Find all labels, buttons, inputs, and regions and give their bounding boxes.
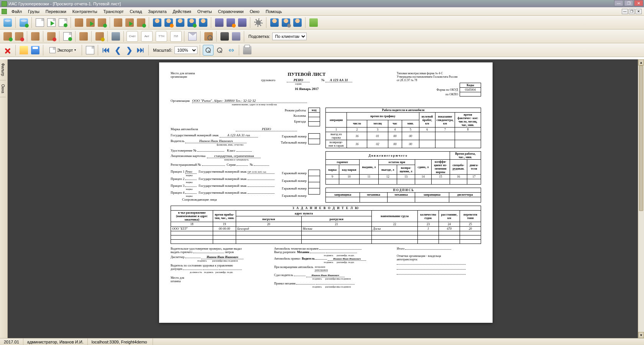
status-server: localhost:3309, Freight4demo bbox=[88, 338, 153, 345]
tb-box2-icon[interactable] bbox=[85, 17, 96, 28]
tb2-scan-icon[interactable] bbox=[231, 31, 242, 42]
tb-doc-check-icon[interactable] bbox=[58, 17, 68, 28]
tb-box5-icon[interactable] bbox=[124, 17, 135, 28]
garage-label: Гаражный номер bbox=[281, 133, 307, 139]
fuel-table: Д в и ж е н и е г о р ю ч е г оВремя раб… bbox=[325, 151, 481, 185]
menu-warehouse[interactable]: Склад bbox=[127, 8, 145, 15]
tb-doc-next-icon[interactable] bbox=[46, 17, 57, 28]
tb-truck2-icon[interactable] bbox=[225, 17, 236, 28]
status-version: 2017.01 bbox=[0, 338, 23, 345]
toolbar-secondary: Счет Акт ТТН ПЛ Подсветка: По клиентам bbox=[0, 29, 644, 43]
tb-person1-icon[interactable] bbox=[152, 17, 163, 28]
tb2-schet-button[interactable]: Счет bbox=[127, 31, 138, 42]
menu-contractors[interactable]: Контрагенты bbox=[69, 8, 100, 15]
menu-vehicles[interactable]: Транспорт bbox=[100, 8, 127, 15]
car-brand-label: Марка автомобиля bbox=[171, 127, 198, 131]
scroll-down-arrow[interactable]: ▼ bbox=[638, 332, 644, 338]
tb-truck1-icon[interactable] bbox=[214, 17, 225, 28]
toolbar-report: Экспорт▾ ⏮ ❮ ❯ ⏭ Масштаб: 100% ⇔ bbox=[0, 43, 644, 57]
tb2-find-cart-icon[interactable] bbox=[203, 31, 214, 42]
highlight-select[interactable]: По клиентам bbox=[272, 33, 307, 40]
codes-header: Коды bbox=[460, 83, 481, 88]
lic-sub: ненужное зачеркнуть bbox=[224, 158, 320, 161]
form-note: Типовая межотраслевая форма № 4-С Утверж… bbox=[397, 72, 481, 82]
driver-sub: фамилия, имя, отчество bbox=[217, 143, 279, 146]
tb2-cart1-icon[interactable] bbox=[2, 31, 13, 42]
tb2-trash-icon[interactable] bbox=[110, 31, 121, 42]
tb3-export-button[interactable]: Экспорт▾ bbox=[46, 45, 79, 56]
menu-references[interactable]: Справочники bbox=[215, 8, 247, 15]
tb2-cart5-icon[interactable] bbox=[78, 31, 89, 42]
cert-label: Удостоверение № bbox=[171, 149, 197, 152]
tb3-close-icon[interactable] bbox=[2, 45, 13, 56]
menu-reports[interactable]: Отчеты bbox=[194, 8, 215, 15]
close-button[interactable]: ✕ bbox=[634, 0, 643, 6]
task-table: З А Д А Н И Е В О Д И Т Е Л Ю в чье расп… bbox=[171, 206, 481, 244]
okud-label: Форма по ОКУД bbox=[435, 88, 460, 92]
menu-cargo[interactable]: Грузы bbox=[25, 8, 43, 15]
tb3-nav-prev-icon[interactable]: ❮ bbox=[112, 45, 123, 56]
tb3-nav-next-icon[interactable]: ❯ bbox=[124, 45, 135, 56]
scroll-up-arrow[interactable]: ▲ bbox=[638, 59, 644, 65]
sidebar-tab-windows[interactable]: Окна bbox=[0, 80, 6, 97]
maximize-button[interactable]: ❐ bbox=[624, 0, 633, 6]
menu-help[interactable]: Помощь bbox=[263, 8, 285, 15]
scale-select[interactable]: 100% bbox=[174, 46, 197, 54]
tb-doc-new-icon[interactable] bbox=[34, 17, 45, 28]
car-brand-value: РЕНО bbox=[236, 127, 297, 131]
tb2-cart4-icon[interactable] bbox=[46, 31, 57, 42]
tb3-save-icon[interactable] bbox=[30, 45, 41, 56]
tb3-fit-width-icon[interactable]: ⇔ bbox=[226, 45, 237, 56]
tb-person5-icon[interactable] bbox=[198, 17, 209, 28]
tb2-ttn-button[interactable]: ТТН bbox=[156, 31, 167, 42]
lic-label: Лицензионная карточка bbox=[171, 154, 205, 158]
tb-person2-icon[interactable] bbox=[163, 17, 174, 28]
tb-box6-icon[interactable] bbox=[136, 17, 146, 28]
tb3-print-icon[interactable] bbox=[242, 45, 253, 56]
tb-db-icon[interactable] bbox=[2, 17, 13, 28]
scroll-thumb[interactable] bbox=[639, 65, 643, 211]
tb2-cart6-icon[interactable] bbox=[94, 31, 105, 42]
tb-truck3-icon[interactable] bbox=[237, 17, 248, 28]
tb-person3-icon[interactable] bbox=[175, 17, 186, 28]
tb-box4-icon[interactable] bbox=[113, 17, 123, 28]
lic-value: стандартная, ограниченная bbox=[207, 154, 261, 158]
window-title: ИАС Грузоперевозки - [Просмотр отчета-1.… bbox=[8, 2, 121, 6]
menu-salary[interactable]: Зарплата bbox=[145, 8, 169, 15]
sidebar-tab-filter[interactable]: Фильтр bbox=[0, 59, 6, 80]
tb-box3-icon[interactable] bbox=[97, 17, 107, 28]
menu-file[interactable]: Файл bbox=[8, 8, 25, 15]
tb3-nav-first-icon[interactable]: ⏮ bbox=[101, 45, 112, 56]
export-label: Экспорт bbox=[57, 48, 73, 52]
mdi-restore-button[interactable]: ❐ bbox=[629, 9, 635, 14]
tb2-doc-check-icon[interactable] bbox=[62, 31, 73, 42]
tb-person4-icon[interactable] bbox=[186, 17, 197, 28]
tb-person7-icon[interactable] bbox=[281, 17, 291, 28]
vertical-scrollbar[interactable]: ▲ ▼ bbox=[638, 59, 644, 338]
minimize-button[interactable]: — bbox=[614, 0, 623, 6]
tb2-camera-icon[interactable] bbox=[219, 31, 230, 42]
tb3-nav-last-icon[interactable]: ⏭ bbox=[135, 45, 146, 56]
tb-db-refresh-icon[interactable] bbox=[18, 17, 29, 28]
tb2-akt-button[interactable]: Акт bbox=[141, 31, 153, 42]
menu-window[interactable]: Окно bbox=[246, 8, 263, 15]
tb3-zoom-11-icon[interactable] bbox=[203, 45, 214, 56]
mdi-close-button[interactable]: ✕ bbox=[636, 9, 642, 14]
tb2-mail-icon[interactable] bbox=[187, 31, 198, 42]
tb2-cart3-icon[interactable] bbox=[30, 31, 41, 42]
tb-box1-icon[interactable] bbox=[74, 17, 84, 28]
tb2-pl-button[interactable]: ПЛ bbox=[170, 31, 182, 42]
report-viewer: Место для штампа организации ПУТЕВОЙ ЛИС… bbox=[8, 59, 644, 338]
tb-cash-icon[interactable] bbox=[308, 17, 319, 28]
tb-person8-icon[interactable] bbox=[292, 17, 303, 28]
mdi-minimize-button[interactable]: — bbox=[622, 9, 628, 14]
tb-person6-icon[interactable] bbox=[269, 17, 280, 28]
org-value: ООО "Ритм". Адрес: 308800 Тел.: 32-32-32 bbox=[192, 99, 307, 103]
tb-settings-icon[interactable] bbox=[253, 17, 264, 28]
menu-transport[interactable]: Перевозки bbox=[43, 8, 69, 15]
tb2-cart2-icon[interactable] bbox=[14, 31, 25, 42]
tb3-open-icon[interactable] bbox=[18, 45, 29, 56]
menu-actions[interactable]: Действия bbox=[170, 8, 194, 15]
tb3-list-icon[interactable] bbox=[85, 45, 95, 56]
tb3-zoom-icon[interactable] bbox=[214, 45, 225, 56]
